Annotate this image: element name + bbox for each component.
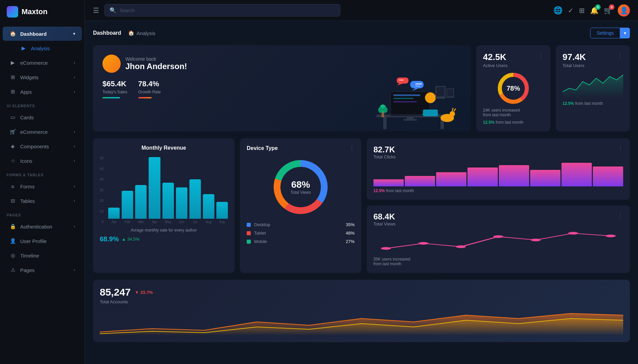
bar-label: Feb bbox=[125, 220, 130, 224]
total-clicks-menu[interactable]: ⋮ bbox=[618, 145, 623, 151]
sidebar-item-components[interactable]: ◈ Components ‹ bbox=[3, 139, 82, 153]
bar-item bbox=[530, 170, 560, 186]
search-icon: 🔍 bbox=[110, 7, 116, 13]
home-breadcrumb-icon: 🏠 bbox=[128, 30, 134, 36]
sidebar-item-cards[interactable]: ▭ Cards bbox=[3, 110, 82, 124]
svg-point-16 bbox=[378, 107, 383, 113]
chevron-right-icon: ‹ bbox=[74, 199, 75, 203]
icons-icon: ☆ bbox=[9, 157, 16, 164]
device-type-card: Device Type ⋮ bbox=[240, 138, 361, 273]
svg-rect-9 bbox=[393, 101, 417, 102]
sidebar-item-user-profile[interactable]: 👤 User Profile bbox=[3, 234, 82, 248]
bar-item bbox=[189, 179, 201, 219]
home-icon: 🏠 bbox=[9, 30, 16, 37]
bar-item bbox=[405, 176, 435, 187]
svg-point-10 bbox=[425, 92, 436, 103]
avatar[interactable]: 👤 bbox=[618, 4, 630, 17]
page-content: Dashboard 🏠 Analysis Settings ▾ bbox=[85, 21, 638, 364]
svg-rect-8 bbox=[393, 98, 414, 99]
bar-wrap: Mar bbox=[135, 185, 147, 224]
user-icon: 👤 bbox=[9, 238, 16, 244]
bar-wrap: Sep bbox=[216, 202, 228, 224]
sales-bar bbox=[102, 97, 120, 98]
legend-desktop: Desktop 35% bbox=[247, 222, 355, 227]
svg-rect-11 bbox=[423, 110, 438, 116]
breadcrumb-separator bbox=[124, 30, 125, 36]
search-input[interactable] bbox=[120, 8, 335, 13]
bar-item bbox=[135, 185, 147, 219]
chevron-right-icon: › bbox=[74, 60, 75, 65]
bar-item bbox=[203, 194, 214, 219]
sidebar-item-forms[interactable]: ≡ Forms ‹ bbox=[3, 179, 82, 193]
sidebar-item-timeline[interactable]: ◎ Timeline bbox=[3, 248, 82, 263]
settings-dropdown-button[interactable]: ▾ bbox=[620, 28, 630, 38]
bar-item bbox=[373, 179, 404, 186]
bar-chart-container: 60 50 40 30 20 10 0 JanFebMarAprMayJunJu… bbox=[100, 156, 228, 224]
monthly-revenue-footer: Avrage monthly sale for every author bbox=[100, 228, 228, 233]
total-clicks-value: 82.7K bbox=[373, 145, 396, 154]
grid-button[interactable]: ⊞ bbox=[579, 6, 585, 14]
breadcrumb-row: Dashboard 🏠 Analysis Settings ▾ bbox=[93, 28, 630, 38]
sidebar-item-ecommerce[interactable]: ▶ eCommerce › bbox=[3, 56, 82, 70]
sidebar-item-analysis[interactable]: ▶ Analysis bbox=[3, 41, 82, 55]
total-clicks-chart bbox=[373, 163, 623, 186]
bar-label: May bbox=[165, 220, 171, 224]
breadcrumb-analysis[interactable]: 🏠 Analysis bbox=[128, 30, 155, 36]
bar-item bbox=[176, 187, 187, 219]
total-users-label: Total Users bbox=[563, 63, 586, 68]
breadcrumb: Dashboard 🏠 Analysis bbox=[93, 30, 155, 36]
search-bar[interactable]: 🔍 bbox=[104, 4, 340, 17]
notification-button[interactable]: 🔔 5 bbox=[590, 6, 599, 14]
y-label-10: 10 bbox=[100, 210, 103, 213]
device-type-menu[interactable]: ⋮ bbox=[349, 145, 355, 151]
device-donut-container: 68% Total Views bbox=[247, 157, 355, 217]
main-content: ☰ 🔍 🌐 ✓ ⊞ 🔔 5 🛒 8 👤 bbox=[85, 0, 638, 364]
settings-button[interactable]: Settings bbox=[590, 28, 620, 38]
bar-wrap: Apr bbox=[149, 157, 160, 224]
chevron-right-icon: ‹ bbox=[74, 224, 75, 229]
breadcrumb-dashboard[interactable]: Dashboard bbox=[93, 30, 121, 36]
device-donut-center: 68% Total Views bbox=[291, 179, 311, 195]
welcome-user: Welcome back Jhon Anderson! bbox=[102, 55, 461, 73]
active-users-header: 42.5K Active Users ⋮ bbox=[483, 52, 544, 68]
hamburger-button[interactable]: ☰ bbox=[93, 6, 99, 14]
logo[interactable]: Maxton bbox=[0, 0, 85, 24]
sales-value: $65.4K bbox=[102, 80, 127, 88]
header: ☰ 🔍 🌐 ✓ ⊞ 🔔 5 🛒 8 👤 bbox=[85, 0, 638, 21]
language-button[interactable]: 🌐 bbox=[553, 6, 563, 15]
cart-button[interactable]: 🛒 8 bbox=[604, 6, 612, 14]
sidebar-item-authentication[interactable]: 🔒 Authentication ‹ bbox=[3, 219, 82, 234]
sidebar-item-pages[interactable]: ⚠ Pages ‹ bbox=[3, 263, 82, 277]
logo-text: Maxton bbox=[22, 7, 48, 16]
total-clicks-footer: 12.5% from last month bbox=[373, 188, 623, 193]
checkmark-button[interactable]: ✓ bbox=[568, 6, 574, 14]
growth-value: 78.4% bbox=[138, 80, 161, 88]
sales-label: Today's Sales bbox=[102, 90, 127, 94]
total-accounts-chart bbox=[100, 308, 623, 335]
bar-label: Mar bbox=[138, 220, 144, 224]
total-views-label: Total Views bbox=[373, 221, 396, 226]
active-users-pct: 78% bbox=[507, 85, 520, 92]
svg-point-43 bbox=[568, 232, 578, 235]
sidebar-item-tables[interactable]: ⊟ Tables ‹ bbox=[3, 194, 82, 208]
total-views-value: 68.4K bbox=[373, 212, 396, 221]
chevron-right-icon: ‹ bbox=[74, 144, 75, 149]
sidebar-item-ecommerce-ui[interactable]: 🛒 eCommerce ‹ bbox=[3, 125, 82, 139]
bar-item bbox=[561, 163, 592, 186]
sidebar-item-dashboard[interactable]: 🏠 Dashboard ▾ bbox=[3, 27, 82, 41]
shop-icon: ▶ bbox=[9, 59, 16, 66]
total-views-menu[interactable]: ⋮ bbox=[618, 212, 623, 218]
svg-point-13 bbox=[450, 111, 455, 117]
active-users-menu[interactable]: ⋮ bbox=[538, 52, 544, 59]
svg-rect-21 bbox=[447, 89, 453, 96]
device-legend: Desktop 35% Tablet 48% Mobile 27% bbox=[247, 222, 355, 244]
total-users-menu[interactable]: ⋮ bbox=[617, 52, 623, 59]
ui-elements-label: UI ELEMENTS bbox=[0, 99, 85, 110]
sidebar-item-widgets[interactable]: ⊞ Widgets ‹ bbox=[3, 70, 82, 84]
y-label-60: 60 bbox=[100, 156, 103, 160]
svg-point-40 bbox=[456, 245, 466, 248]
sidebar-item-icons[interactable]: ☆ Icons ‹ bbox=[3, 154, 82, 168]
sidebar-item-apps[interactable]: ⊞ Apps ‹ bbox=[3, 85, 82, 99]
bar-item bbox=[108, 208, 120, 219]
growth-bar bbox=[138, 97, 152, 98]
